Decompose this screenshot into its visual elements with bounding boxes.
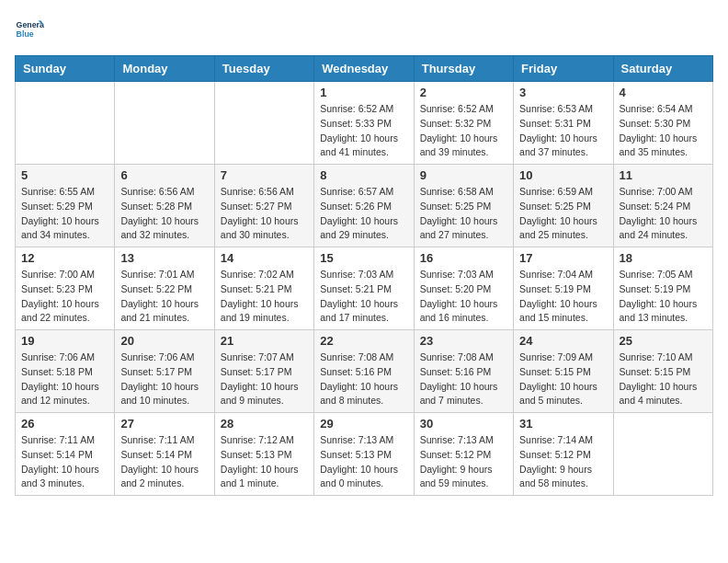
- table-row: 14Sunrise: 7:02 AMSunset: 5:21 PMDayligh…: [214, 247, 313, 330]
- week-row-1: 1Sunrise: 6:52 AMSunset: 5:33 PMDaylight…: [16, 82, 713, 165]
- calendar-header: SundayMondayTuesdayWednesdayThursdayFrid…: [16, 56, 713, 82]
- day-info-line: Daylight: 10 hours: [320, 297, 407, 312]
- day-info-line: Daylight: 10 hours: [519, 214, 607, 229]
- day-info-line: Sunrise: 7:04 AM: [519, 268, 607, 282]
- table-row: 24Sunrise: 7:09 AMSunset: 5:15 PMDayligh…: [514, 330, 613, 413]
- day-info-line: Daylight: 9 hours: [519, 463, 607, 477]
- table-row: 9Sunrise: 6:58 AMSunset: 5:25 PMDaylight…: [414, 165, 513, 247]
- day-info-line: Sunset: 5:26 PM: [320, 200, 407, 214]
- day-info-line: Daylight: 10 hours: [221, 380, 308, 395]
- day-info-line: and 59 minutes.: [420, 477, 507, 491]
- day-info-line: and 30 minutes.: [221, 228, 308, 243]
- day-info-line: Sunset: 5:21 PM: [221, 282, 308, 297]
- table-row: 8Sunrise: 6:57 AMSunset: 5:26 PMDaylight…: [314, 165, 414, 247]
- day-info-line: and 39 minutes.: [420, 145, 507, 160]
- day-info-line: Daylight: 10 hours: [320, 214, 407, 229]
- day-info-line: Sunrise: 6:52 AM: [320, 102, 407, 117]
- day-info-line: Sunrise: 6:55 AM: [21, 185, 108, 200]
- header-saturday: Saturday: [613, 56, 712, 82]
- day-info-line: Daylight: 10 hours: [420, 132, 507, 146]
- day-info-line: Sunset: 5:15 PM: [620, 365, 707, 380]
- day-info-line: Sunrise: 6:59 AM: [519, 185, 607, 200]
- day-info-line: Sunrise: 7:05 AM: [620, 268, 707, 282]
- table-row: [16, 82, 115, 165]
- day-info-line: Sunset: 5:16 PM: [420, 365, 507, 380]
- header-tuesday: Tuesday: [214, 56, 313, 82]
- header-sunday: Sunday: [16, 56, 115, 82]
- day-info-line: Sunrise: 6:54 AM: [620, 102, 707, 117]
- day-number: 1: [320, 86, 407, 99]
- day-info-line: and 35 minutes.: [620, 145, 707, 160]
- table-row: 15Sunrise: 7:03 AMSunset: 5:21 PMDayligh…: [314, 247, 414, 330]
- day-info-line: and 41 minutes.: [320, 145, 407, 160]
- day-info-line: and 8 minutes.: [320, 394, 407, 408]
- day-info-line: Daylight: 10 hours: [420, 297, 507, 312]
- day-info-line: Sunrise: 7:00 AM: [620, 185, 707, 200]
- day-info-line: Daylight: 9 hours: [420, 463, 507, 477]
- day-info-line: Sunset: 5:13 PM: [221, 448, 308, 463]
- table-row: [214, 82, 313, 165]
- day-info-line: Sunrise: 7:03 AM: [320, 268, 407, 282]
- day-number: 16: [420, 251, 507, 265]
- table-row: 23Sunrise: 7:08 AMSunset: 5:16 PMDayligh…: [414, 330, 513, 413]
- day-info-line: Daylight: 10 hours: [221, 214, 308, 229]
- day-info-line: Sunrise: 7:11 AM: [120, 433, 208, 448]
- table-row: 26Sunrise: 7:11 AMSunset: 5:14 PMDayligh…: [16, 413, 115, 496]
- day-info-line: Sunset: 5:27 PM: [221, 200, 308, 214]
- day-info-line: Sunrise: 7:06 AM: [21, 350, 108, 365]
- day-info-line: Sunrise: 6:52 AM: [420, 102, 507, 117]
- day-info-line: and 22 minutes.: [21, 311, 108, 326]
- header-thursday: Thursday: [414, 56, 513, 82]
- day-info-line: Sunrise: 7:08 AM: [420, 350, 507, 365]
- day-number: 18: [620, 251, 707, 265]
- day-info-line: Sunset: 5:12 PM: [519, 448, 607, 463]
- day-number: 3: [519, 86, 607, 99]
- table-row: 10Sunrise: 6:59 AMSunset: 5:25 PMDayligh…: [514, 165, 613, 247]
- day-info-line: Sunset: 5:23 PM: [21, 282, 108, 297]
- week-row-5: 26Sunrise: 7:11 AMSunset: 5:14 PMDayligh…: [16, 413, 713, 496]
- day-number: 12: [21, 251, 108, 265]
- day-info-line: Sunset: 5:21 PM: [320, 282, 407, 297]
- day-info-line: and 2 minutes.: [120, 477, 208, 491]
- day-number: 17: [519, 251, 607, 265]
- table-row: 2Sunrise: 6:52 AMSunset: 5:32 PMDaylight…: [414, 82, 513, 165]
- day-info-line: Sunrise: 7:02 AM: [221, 268, 308, 282]
- day-info-line: Sunrise: 6:58 AM: [420, 185, 507, 200]
- day-info-line: Daylight: 10 hours: [120, 380, 208, 395]
- day-info-line: Sunrise: 7:09 AM: [519, 350, 607, 365]
- day-info-line: Daylight: 10 hours: [221, 463, 308, 477]
- day-info-line: Sunset: 5:31 PM: [519, 117, 607, 132]
- day-info-line: and 7 minutes.: [420, 394, 507, 408]
- day-info-line: and 25 minutes.: [519, 228, 607, 243]
- day-info-line: Daylight: 10 hours: [21, 214, 108, 229]
- page-header: General Blue: [15, 15, 713, 44]
- day-info-line: and 21 minutes.: [120, 311, 208, 326]
- table-row: 3Sunrise: 6:53 AMSunset: 5:31 PMDaylight…: [514, 82, 613, 165]
- table-row: 11Sunrise: 7:00 AMSunset: 5:24 PMDayligh…: [613, 165, 712, 247]
- day-info-line: Sunset: 5:25 PM: [420, 200, 507, 214]
- day-info-line: Sunrise: 7:06 AM: [120, 350, 208, 365]
- day-info-line: Sunrise: 6:56 AM: [120, 185, 208, 200]
- week-row-2: 5Sunrise: 6:55 AMSunset: 5:29 PMDaylight…: [16, 165, 713, 247]
- day-info-line: Sunset: 5:28 PM: [120, 200, 208, 214]
- day-info-line: Daylight: 10 hours: [21, 463, 108, 477]
- day-info-line: Sunrise: 7:13 AM: [420, 433, 507, 448]
- day-number: 5: [21, 168, 108, 182]
- day-info-line: Daylight: 10 hours: [21, 380, 108, 395]
- day-info-line: and 58 minutes.: [519, 477, 607, 491]
- day-info-line: Sunset: 5:19 PM: [519, 282, 607, 297]
- day-number: 10: [519, 168, 607, 182]
- day-number: 31: [519, 417, 607, 431]
- calendar-table: SundayMondayTuesdayWednesdayThursdayFrid…: [15, 55, 713, 496]
- day-info-line: and 3 minutes.: [21, 477, 108, 491]
- header-wednesday: Wednesday: [314, 56, 414, 82]
- svg-text:Blue: Blue: [17, 29, 34, 39]
- day-info-line: Sunset: 5:29 PM: [21, 200, 108, 214]
- day-info-line: Daylight: 10 hours: [519, 132, 607, 146]
- day-info-line: and 4 minutes.: [620, 394, 707, 408]
- day-info-line: Sunrise: 6:57 AM: [320, 185, 407, 200]
- table-row: 7Sunrise: 6:56 AMSunset: 5:27 PMDaylight…: [214, 165, 313, 247]
- day-info-line: Daylight: 10 hours: [620, 380, 707, 395]
- day-number: 25: [620, 334, 707, 348]
- day-info-line: Daylight: 10 hours: [120, 463, 208, 477]
